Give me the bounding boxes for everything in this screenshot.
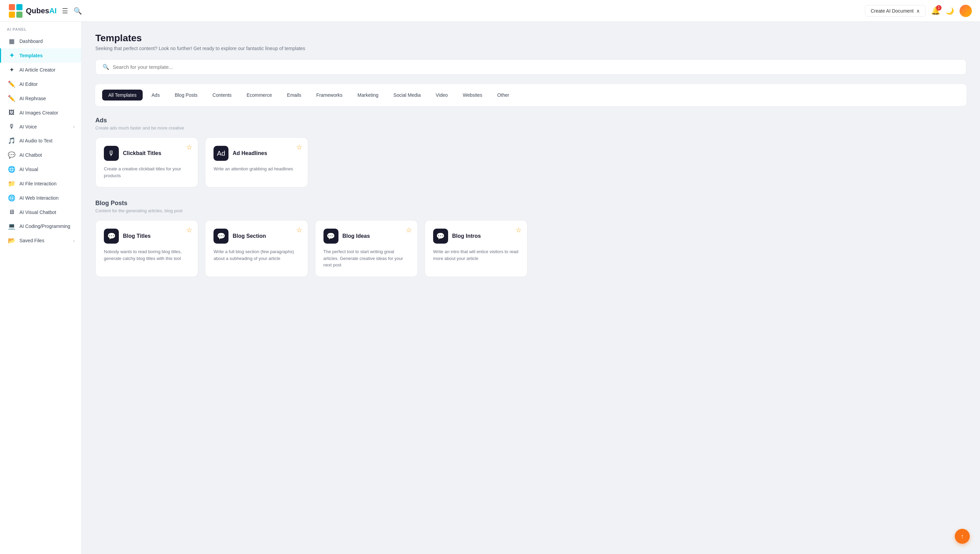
star-button-blog-intros[interactable]: ☆ (515, 226, 522, 234)
section-title-blog-posts: Blog Posts (95, 200, 966, 207)
search-input[interactable] (113, 64, 959, 70)
avatar[interactable] (959, 5, 972, 17)
sidebar-item-label: AI Editor (19, 81, 38, 87)
page-subtitle: Seeking that perfect content? Look no fu… (95, 46, 966, 51)
sidebar-item-ai-voice[interactable]: 🎙 AI Voice › (0, 120, 81, 134)
ai-coding-programming-icon: 💻 (8, 222, 15, 230)
notification-badge: 1 (936, 5, 942, 11)
section-subtitle-blog-posts: Content for the generating articles, blo… (95, 208, 966, 213)
sidebar-item-label: AI Chatbot (19, 152, 42, 158)
section-title-ads: Ads (95, 117, 966, 124)
star-button-ad-headlines[interactable]: ☆ (296, 143, 302, 151)
card-blog-intros[interactable]: ☆ 💬 Blog Intros Write an intro that will… (425, 220, 527, 277)
sidebar-item-ai-chatbot[interactable]: 💬 AI Chatbot (0, 148, 81, 162)
svg-rect-3 (16, 11, 22, 18)
logo-icon (8, 3, 23, 18)
card-header-blog-titles: 💬 Blog Titles (104, 228, 190, 244)
card-icon-blog-intros: 💬 (433, 228, 448, 244)
filter-tab-frameworks[interactable]: Frameworks (310, 89, 349, 101)
sidebar-item-dashboard[interactable]: ▦ Dashboard (0, 34, 81, 48)
card-header-ad-headlines: Ad Ad Headlines (213, 146, 299, 161)
notification-button[interactable]: 🔔 1 (931, 6, 940, 15)
sidebar-section-label: AI PANEL (0, 27, 81, 34)
card-blog-section[interactable]: ☆ 💬 Blog Section Write a full blog secti… (205, 220, 308, 277)
filter-tab-all[interactable]: All Templates (102, 89, 143, 101)
card-title-blog-intros: Blog Intros (452, 233, 481, 239)
sidebar-item-label: AI Images Creator (19, 110, 58, 115)
sidebar-item-label: AI Coding/Programming (19, 224, 70, 229)
star-button-blog-ideas[interactable]: ☆ (406, 226, 412, 234)
card-ad-headlines[interactable]: ☆ Ad Ad Headlines Write an attention gra… (205, 137, 308, 187)
ai-article-creator-icon: ✦ (8, 66, 15, 73)
sidebar-item-ai-visual[interactable]: 🌐 AI Visual (0, 162, 81, 177)
sidebar-item-saved-files[interactable]: 📂 Saved Files › (0, 233, 81, 248)
sidebar-item-ai-web-interaction[interactable]: 🌐 AI Web Interaction (0, 191, 81, 205)
sidebar-item-ai-audio-to-text[interactable]: 🎵 AI Audio to Text (0, 134, 81, 148)
theme-toggle-button[interactable]: 🌙 (946, 7, 954, 15)
sidebar-item-ai-images-creator[interactable]: 🖼 AI Images Creator (0, 105, 81, 120)
chevron-up-icon: ∧ (916, 8, 920, 14)
ai-visual-chatbot-icon: 🖥 (8, 209, 15, 216)
ai-images-creator-icon: 🖼 (8, 109, 15, 116)
sidebar-item-ai-visual-chatbot[interactable]: 🖥 AI Visual Chatbot (0, 205, 81, 219)
sidebar-item-ai-editor[interactable]: ✏️ AI Editor (0, 77, 81, 91)
ai-audio-to-text-icon: 🎵 (8, 137, 15, 144)
filter-tab-other[interactable]: Other (491, 89, 515, 101)
create-doc-label: Create AI Document (871, 8, 913, 14)
star-button-clickbait-titles[interactable]: ☆ (186, 143, 192, 151)
sidebar-item-label: AI Audio to Text (19, 138, 52, 144)
sidebar-item-label: Dashboard (19, 38, 43, 44)
section-blog-posts: Blog Posts Content for the generating ar… (95, 200, 966, 277)
sidebar-item-label: AI Rephrase (19, 96, 46, 101)
filter-tab-websites[interactable]: Websites (457, 89, 488, 101)
star-button-blog-titles[interactable]: ☆ (186, 226, 192, 234)
sidebar-item-ai-rephrase[interactable]: ✏️ AI Rephrase (0, 91, 81, 105)
card-icon-blog-section: 💬 (213, 228, 229, 244)
card-icon-clickbait-titles: 🎙 (104, 146, 119, 161)
main-content: Templates Seeking that perfect content? … (82, 22, 980, 554)
header-right: Create AI Document ∧ 🔔 1 🌙 (865, 5, 972, 17)
hamburger-icon[interactable]: ☰ (62, 7, 68, 15)
sidebar-item-ai-article-creator[interactable]: ✦ AI Article Creator (0, 63, 81, 77)
filter-tab-video[interactable]: Video (430, 89, 454, 101)
card-desc-blog-intros: Write an intro that will entice visitors… (433, 248, 519, 262)
sidebar-item-label: AI Voice (19, 124, 37, 129)
sidebar-item-ai-coding-programming[interactable]: 💻 AI Coding/Programming (0, 219, 81, 233)
svg-rect-2 (9, 11, 15, 18)
star-button-blog-section[interactable]: ☆ (296, 226, 302, 234)
create-document-button[interactable]: Create AI Document ∧ (865, 5, 926, 17)
scroll-to-top-button[interactable]: ↑ (955, 529, 970, 544)
card-clickbait-titles[interactable]: ☆ 🎙 Clickbait Titles Create a creative c… (95, 137, 198, 187)
search-icon[interactable]: 🔍 (73, 7, 82, 15)
sidebar-item-label: Templates (19, 53, 43, 58)
card-title-clickbait-titles: Clickbait Titles (123, 150, 161, 156)
card-header-clickbait-titles: 🎙 Clickbait Titles (104, 146, 190, 161)
filter-tab-ecommerce[interactable]: Ecommerce (240, 89, 278, 101)
card-title-blog-titles: Blog Titles (123, 233, 151, 239)
filter-tab-ads[interactable]: Ads (145, 89, 166, 101)
page-title: Templates (95, 33, 966, 44)
ai-chatbot-icon: 💬 (8, 151, 15, 159)
card-desc-clickbait-titles: Create a creative clickbait titles for y… (104, 166, 190, 179)
ai-file-interaction-icon: 📁 (8, 180, 15, 187)
section-ads: Ads Create ads much faster and be more c… (95, 117, 966, 187)
filter-tab-blog-posts[interactable]: Blog Posts (169, 89, 204, 101)
card-icon-blog-titles: 💬 (104, 228, 119, 244)
ai-visual-icon: 🌐 (8, 166, 15, 173)
filter-tab-marketing[interactable]: Marketing (352, 89, 385, 101)
card-blog-ideas[interactable]: ☆ 💬 Blog Ideas The perfect tool to start… (315, 220, 418, 277)
sidebar-item-templates[interactable]: ✦ Templates (0, 48, 81, 63)
filter-tab-contents[interactable]: Contents (206, 89, 238, 101)
header-left: QubesAI ☰ 🔍 (8, 3, 82, 18)
card-desc-blog-ideas: The perfect tool to start writing great … (323, 248, 409, 268)
saved-files-icon: 📂 (8, 237, 15, 244)
filter-tab-emails[interactable]: Emails (281, 89, 307, 101)
filter-tab-social-media[interactable]: Social Media (387, 89, 427, 101)
card-blog-titles[interactable]: ☆ 💬 Blog Titles Nobody wants to read bor… (95, 220, 198, 277)
card-icon-ad-headlines: Ad (213, 146, 229, 161)
sidebar-item-ai-file-interaction[interactable]: 📁 AI File Interaction (0, 177, 81, 191)
card-desc-ad-headlines: Write an attention grabbing ad headlines (213, 166, 299, 172)
card-desc-blog-titles: Nobody wants to read boring blog titles,… (104, 248, 190, 262)
sections-container: Ads Create ads much faster and be more c… (95, 117, 966, 277)
dashboard-icon: ▦ (8, 37, 15, 45)
